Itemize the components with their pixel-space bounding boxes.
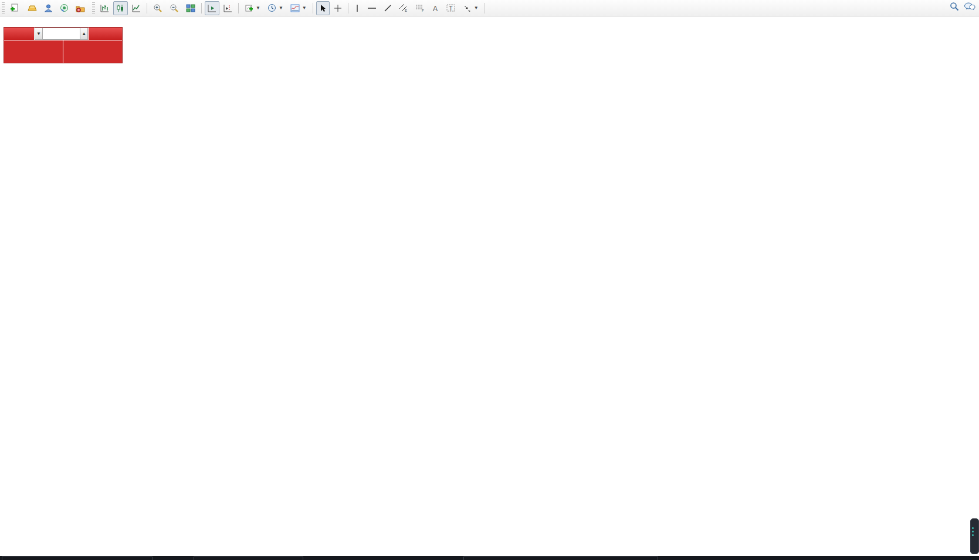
taskbar-window-button[interactable] [463, 556, 658, 560]
taskbar [0, 556, 979, 560]
mt4-window: ▼ ▼ ▼ E F A [0, 0, 979, 560]
sell-price[interactable] [4, 40, 63, 63]
one-click-trading-panel: ▼ ▲ [4, 27, 123, 63]
volume-decrease-button[interactable]: ▼ [35, 28, 43, 40]
volume-input[interactable] [43, 28, 80, 40]
taskbar-widget[interactable] [970, 518, 979, 554]
volume-spinner: ▼ ▲ [34, 28, 89, 40]
sell-button[interactable] [4, 28, 34, 40]
buy-price[interactable] [63, 40, 122, 63]
buy-button[interactable] [89, 28, 122, 40]
volume-increase-button[interactable]: ▲ [80, 28, 88, 40]
chart-canvas[interactable] [0, 0, 979, 560]
taskbar-window-button[interactable] [194, 556, 303, 560]
taskbar-window-button[interactable] [2, 556, 153, 560]
chart-title [4, 18, 9, 26]
